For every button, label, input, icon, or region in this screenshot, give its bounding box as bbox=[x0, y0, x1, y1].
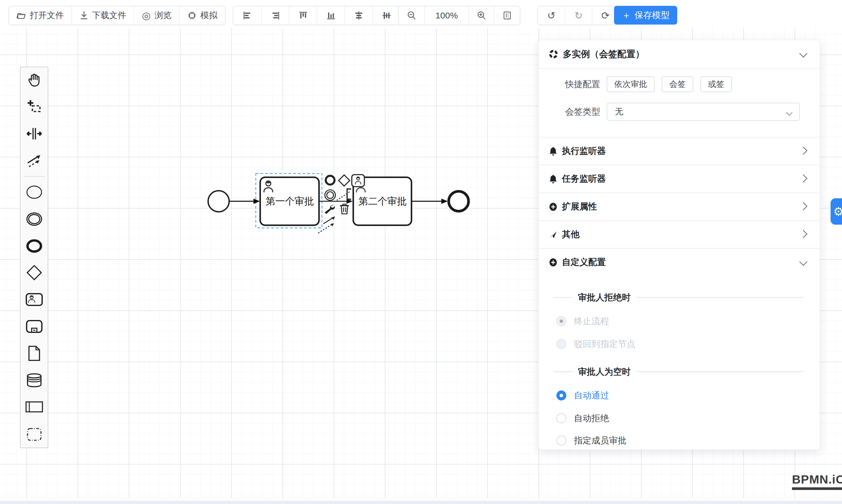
bottom-scroll-strip[interactable] bbox=[0, 501, 842, 504]
palette-participant-pool[interactable] bbox=[25, 401, 43, 412]
align-left-button[interactable] bbox=[233, 6, 261, 24]
call-activity-icon bbox=[26, 320, 43, 333]
space-tool[interactable] bbox=[27, 126, 42, 141]
bell-icon bbox=[549, 174, 558, 184]
palette-data-store[interactable] bbox=[27, 373, 42, 388]
start-event[interactable] bbox=[208, 191, 229, 212]
open-file-button[interactable]: 打开文件 bbox=[9, 6, 71, 24]
section-execution-listener[interactable]: 执行监听器 bbox=[539, 137, 820, 165]
radio-label: 指定成员审批 bbox=[574, 435, 627, 447]
radio-selected[interactable] bbox=[556, 391, 566, 400]
chevron-right-icon bbox=[799, 174, 807, 182]
radio-selected-disabled[interactable] bbox=[556, 316, 566, 326]
zoom-in-button[interactable] bbox=[468, 6, 494, 24]
align-right-button[interactable] bbox=[261, 6, 289, 24]
palette-start-event[interactable] bbox=[26, 184, 42, 200]
radio-label: 自动通过 bbox=[574, 390, 609, 402]
panel-header[interactable]: 多实例（会签配置） bbox=[539, 40, 820, 68]
quick-option-countersign-button[interactable]: 会签 bbox=[662, 76, 693, 92]
quick-option-orsign-button[interactable]: 或签 bbox=[700, 76, 732, 92]
lasso-tool[interactable] bbox=[27, 99, 42, 114]
section-custom-config[interactable]: 自定义配置 bbox=[539, 248, 820, 276]
intermediate-event-icon bbox=[26, 211, 42, 227]
align-bottom-button[interactable] bbox=[317, 6, 345, 24]
chevron-down-icon bbox=[799, 257, 807, 266]
append-end-event-icon[interactable] bbox=[326, 176, 334, 184]
bpmn-io-logo[interactable]: BPMN.iO bbox=[792, 473, 842, 490]
redo-button[interactable]: ↻ bbox=[565, 6, 592, 24]
append-text-annotation-icon[interactable] bbox=[347, 189, 351, 199]
preview-button[interactable]: ◎ 浏览 bbox=[134, 6, 179, 24]
align-center-vertical-icon bbox=[382, 11, 391, 20]
gateway-icon bbox=[26, 264, 43, 281]
fit-viewport-button[interactable] bbox=[494, 6, 520, 24]
select-chevron-icon bbox=[786, 109, 793, 116]
simulate-label: 模拟 bbox=[200, 10, 217, 21]
undo-button[interactable]: ↺ bbox=[538, 6, 565, 24]
reject-title-text: 审批人拒绝时 bbox=[578, 292, 631, 304]
radio-disabled[interactable] bbox=[556, 339, 566, 349]
append-intermediate-event-icon[interactable] bbox=[325, 190, 335, 200]
section-extension-properties[interactable]: 扩展属性 bbox=[539, 193, 820, 220]
simulate-button[interactable]: 模拟 bbox=[179, 6, 225, 24]
plus-circle-icon bbox=[549, 258, 558, 267]
preview-icon: ◎ bbox=[142, 11, 151, 20]
quick-option-sequential-button[interactable]: 依次审批 bbox=[607, 76, 655, 92]
radio-return-to-node[interactable]: 驳回到指定节点 bbox=[556, 335, 635, 353]
save-model-button[interactable]: ＋ 保存模型 bbox=[614, 6, 677, 24]
quick-config-row: 快捷配置 依次审批 会签 或签 bbox=[539, 76, 820, 92]
connect-tool-icon[interactable] bbox=[318, 216, 335, 233]
logo-text: BPMN.iO bbox=[792, 473, 842, 486]
palette-group[interactable] bbox=[27, 428, 42, 441]
task-first-approval[interactable]: 第一个审批 bbox=[260, 177, 319, 225]
group-icon bbox=[27, 428, 42, 441]
align-center-horizontal-icon bbox=[354, 11, 363, 20]
section-label: 任务监听器 bbox=[562, 173, 606, 185]
align-top-button[interactable] bbox=[289, 6, 317, 24]
radio-auto-pass[interactable]: 自动通过 bbox=[556, 386, 609, 404]
append-gateway-icon[interactable] bbox=[339, 175, 350, 186]
radio-auto-reject[interactable]: 自动拒绝 bbox=[556, 409, 609, 427]
wrench-icon[interactable] bbox=[324, 205, 335, 214]
palette-end-event[interactable] bbox=[26, 238, 42, 254]
zoom-out-icon bbox=[407, 11, 416, 20]
sign-type-value: 无 bbox=[615, 106, 624, 118]
panel-title: 多实例（会签配置） bbox=[563, 48, 645, 60]
radio-terminate-process[interactable]: 终止流程 bbox=[556, 312, 609, 330]
palette-call-activity[interactable] bbox=[26, 320, 43, 333]
sign-type-label: 会签类型 bbox=[539, 106, 600, 118]
sequence-flow-1[interactable] bbox=[229, 199, 260, 204]
append-user-task-icon[interactable] bbox=[352, 175, 364, 187]
radio-assign-member[interactable]: 指定成员审批 bbox=[556, 431, 627, 450]
section-label: 自定义配置 bbox=[562, 256, 606, 268]
palette-gateway[interactable] bbox=[26, 264, 43, 281]
redo-icon: ↻ bbox=[575, 11, 583, 20]
sequence-flow-3[interactable] bbox=[411, 199, 448, 204]
radio-label: 自动拒绝 bbox=[574, 412, 609, 425]
align-tools-group bbox=[233, 6, 401, 25]
settings-tab[interactable]: ⚙ bbox=[830, 198, 842, 224]
zoom-out-button[interactable] bbox=[399, 6, 424, 24]
plus-icon: ＋ bbox=[621, 11, 631, 20]
logo-underline bbox=[792, 487, 842, 490]
palette-data-object[interactable] bbox=[28, 345, 41, 361]
palette-intermediate-event[interactable] bbox=[26, 211, 42, 227]
global-connect-tool[interactable] bbox=[27, 153, 42, 168]
plus-circle-icon bbox=[549, 202, 558, 211]
section-label: 其他 bbox=[562, 229, 579, 240]
end-event[interactable] bbox=[449, 191, 469, 211]
align-center-vertical-button[interactable] bbox=[372, 6, 400, 24]
multi-instance-icon bbox=[549, 50, 558, 59]
trash-icon[interactable] bbox=[340, 204, 349, 214]
section-task-listener[interactable]: 任务监听器 bbox=[539, 165, 820, 193]
section-other[interactable]: 其他 bbox=[539, 220, 820, 248]
fit-viewport-icon bbox=[503, 11, 512, 20]
palette-user-task[interactable] bbox=[25, 293, 43, 306]
radio-unselected[interactable] bbox=[556, 413, 566, 423]
hand-tool[interactable] bbox=[27, 72, 42, 88]
download-file-button[interactable]: 下载文件 bbox=[71, 6, 134, 24]
align-center-horizontal-button[interactable] bbox=[345, 6, 372, 24]
radio-unselected[interactable] bbox=[556, 435, 566, 446]
data-object-icon bbox=[28, 345, 41, 361]
sign-type-select[interactable]: 无 bbox=[607, 103, 800, 121]
